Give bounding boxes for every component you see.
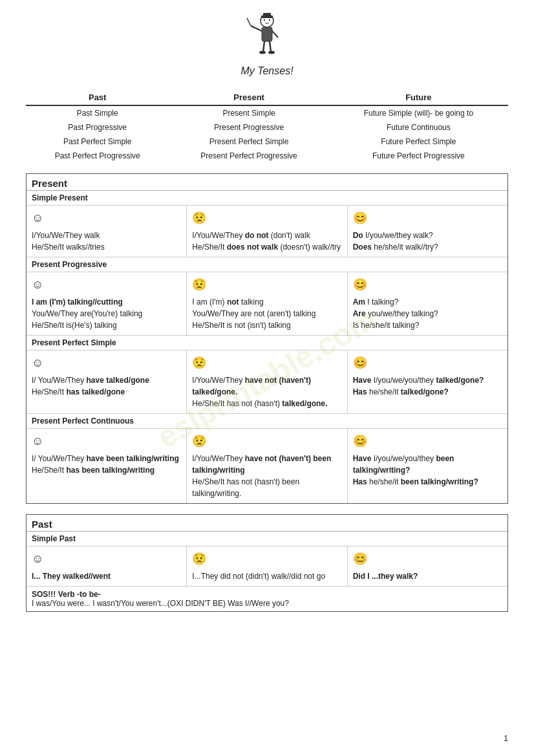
present-grammar-box: Present Simple Present☺I/You/We/They wal… [26, 173, 508, 504]
svg-rect-2 [263, 13, 271, 16]
page-header: My Tenses! [26, 13, 508, 80]
mood-emoji: ☺ [32, 433, 181, 450]
cell-text: Did I ...they walk? [353, 570, 502, 582]
past-box-title: Past [27, 515, 507, 532]
tense-row: ☺I/ You/We/They have talked/goneHe/She/I… [27, 350, 507, 413]
tense-cell: 😟I...They did not (didn't) walk//did not… [187, 546, 347, 586]
cell-text: Have I/you/we/you/they been talking/writ… [353, 453, 502, 488]
past-grammar-box: Past Simple Past☺I... They walked//went😟… [26, 514, 508, 612]
section-title: Simple Past [27, 532, 507, 546]
tense-cell: ☺I... They walked//went [27, 546, 187, 586]
tense-cell: 😊Do I/you/we/they walk?Does he/she/it wa… [348, 206, 507, 257]
mood-emoji: 😊 [353, 276, 502, 294]
col-past: Past [26, 90, 169, 105]
col-present: Present [169, 90, 328, 105]
svg-point-8 [259, 51, 266, 54]
mood-emoji: 😟 [192, 276, 341, 294]
overview-cell: Future Perfect Simple [329, 135, 508, 149]
overview-cell: Past Perfect Simple [26, 135, 169, 149]
tense-row: ☺I/You/We/They walkHe/She/It walks//trie… [27, 205, 507, 257]
cell-text: I...They did not (didn't) walk//did not … [192, 570, 341, 582]
present-box-title: Present [27, 174, 507, 191]
overview-cell: Present Progressive [169, 120, 328, 135]
mood-emoji: 😊 [353, 210, 502, 227]
section-title: Present Perfect Continuous [27, 413, 507, 428]
tense-row: ☺I/ You/We/They have been talking/writin… [27, 428, 507, 503]
cell-text: I/You/We/They walkHe/She/It walks//tries [32, 230, 181, 253]
cell-text: Have I/you/we/you/they talked/gone?Has h… [353, 374, 502, 398]
tense-row: ☺I... They walked//went😟I...They did not… [27, 546, 507, 586]
section-title: Present Perfect Simple [27, 335, 507, 350]
tense-cell: 😊Have I/you/we/you/they talked/gone?Has … [348, 351, 507, 413]
mood-emoji: 😟 [192, 550, 341, 568]
cell-text: I/You/We/They have not (haven't) talked/… [192, 374, 341, 409]
mood-emoji: ☺ [32, 354, 181, 372]
mood-emoji: 😟 [192, 433, 341, 450]
svg-line-12 [272, 31, 278, 38]
svg-point-4 [269, 19, 270, 21]
svg-point-3 [264, 19, 265, 21]
tense-cell: 😟I/You/We/They have not (haven't) been t… [187, 429, 347, 503]
overview-cell: Present Perfect Simple [169, 135, 328, 149]
page-title: My Tenses! [240, 65, 293, 77]
svg-rect-5 [262, 27, 272, 41]
mood-emoji: ☺ [32, 550, 181, 568]
tense-cell: ☺I/ You/We/They have been talking/writin… [27, 429, 187, 503]
cell-text: I/You/We/They do not (don't) walkHe/She/… [192, 230, 341, 253]
overview-cell: Future Continuous [329, 120, 508, 135]
overview-cell: Future Simple (will)- be going to [329, 105, 508, 120]
overview-cell: Past Simple [26, 105, 169, 120]
cell-text: I... They walked//went [32, 570, 181, 582]
cell-text: I am (I'm) talking//cuttingYou/We/They a… [32, 296, 181, 331]
mood-emoji: 😊 [353, 550, 502, 568]
overview-cell: Future Perfect Progressive [329, 149, 508, 163]
svg-line-7 [270, 41, 271, 52]
tense-cell: ☺I/You/We/They walkHe/She/It walks//trie… [27, 206, 187, 257]
cell-text: Do I/you/we/they walk?Does he/she/it wal… [353, 230, 502, 253]
svg-line-10 [251, 26, 262, 31]
mood-emoji: 😊 [353, 354, 502, 372]
tense-cell: 😟I/You/We/They do not (don't) walkHe/She… [187, 206, 347, 257]
cell-text: I/You/We/They have not (haven't) been ta… [192, 453, 341, 499]
tense-cell: 😊Am I talking?Are you/we/they talking?Is… [348, 272, 507, 335]
cell-text: I/ You/We/They have been talking/writing… [32, 453, 181, 476]
cell-text: I am (I'm) not talkingYou/We/They are no… [192, 296, 341, 331]
sos-row: SOS!!! Verb -to be- I was/You were... I … [27, 586, 507, 611]
overview-cell: Present Simple [169, 105, 328, 120]
mood-emoji: 😟 [192, 210, 341, 227]
cell-text: Am I talking?Are you/we/they talking?Is … [353, 296, 502, 331]
svg-point-9 [268, 51, 275, 54]
cell-text: I/ You/We/They have talked/goneHe/She/It… [32, 374, 181, 398]
mood-emoji: 😟 [192, 354, 341, 372]
tense-cell: 😟I/You/We/They have not (haven't) talked… [187, 351, 347, 413]
svg-line-11 [247, 18, 251, 26]
page-number: 1 [504, 734, 508, 743]
tense-cell: 😟I am (I'm) not talkingYou/We/They are n… [187, 272, 347, 335]
tense-cell: 😊Have I/you/we/you/they been talking/wri… [348, 429, 507, 503]
tense-cell: ☺I am (I'm) talking//cuttingYou/We/They … [27, 272, 187, 335]
mood-emoji: ☺ [32, 210, 181, 227]
section-title: Simple Present [27, 191, 507, 205]
mood-emoji: ☺ [32, 276, 181, 294]
overview-table: Past Present Future Past SimplePresent S… [26, 90, 508, 163]
tense-row: ☺I am (I'm) talking//cuttingYou/We/They … [27, 272, 507, 335]
col-future: Future [329, 90, 508, 105]
tense-cell: 😊Did I ...they walk? [348, 546, 507, 586]
overview-cell: Past Progressive [26, 120, 169, 135]
section-title: Present Progressive [27, 257, 507, 272]
tense-cell: ☺I/ You/We/They have talked/goneHe/She/I… [27, 351, 187, 413]
overview-cell: Past Perfect Progressive [26, 149, 169, 163]
overview-cell: Present Perfect Progressive [169, 149, 328, 163]
teacher-illustration [244, 13, 290, 61]
svg-line-6 [263, 41, 264, 52]
mood-emoji: 😊 [353, 433, 502, 450]
